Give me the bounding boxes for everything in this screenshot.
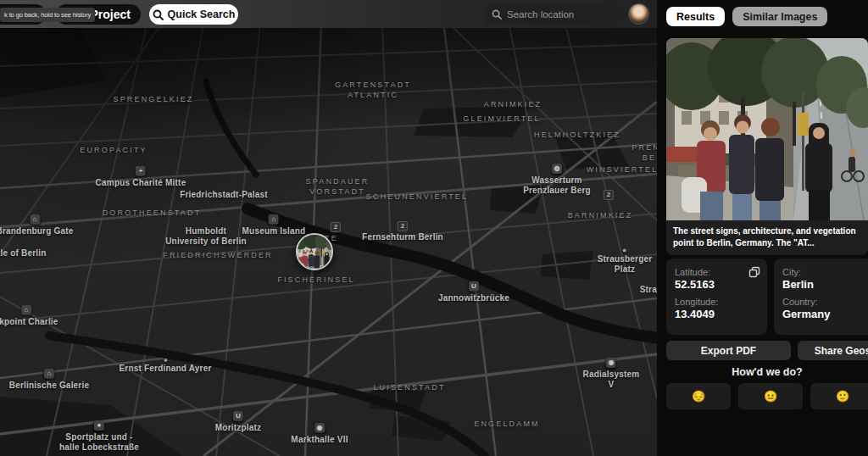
result-photo-card: The street signs, architecture, and vege… xyxy=(666,38,868,255)
latitude-label: Latitude: xyxy=(675,267,759,277)
latitude-value: 52.5163 xyxy=(675,278,759,291)
country-label: Country: xyxy=(782,297,866,307)
topbar: Project k to go back, hold to see histor… xyxy=(0,0,657,28)
sad-emoji-icon: 😔 xyxy=(692,390,705,403)
feedback-happy-button[interactable]: 🙂 xyxy=(810,383,868,409)
quick-search-button[interactable]: Quick Search xyxy=(149,4,238,25)
app-window: SPRENGELKIEZEUROPACITYDOROTHEENSTADTFRIE… xyxy=(0,0,868,456)
results-panel: Results Similar Images The street signs,… xyxy=(657,0,868,456)
quick-search-label: Quick Search xyxy=(168,8,236,20)
location-search[interactable] xyxy=(485,4,620,25)
back-tooltip: k to go back, hold to see history xyxy=(0,8,95,22)
city-value: Berlin xyxy=(782,278,866,291)
feedback-sad-button[interactable]: 😔 xyxy=(666,383,731,409)
search-icon xyxy=(153,9,164,20)
neutral-emoji-icon: 😐 xyxy=(764,390,777,403)
city-label: City: xyxy=(782,267,866,277)
country-value: Germany xyxy=(782,308,866,320)
location-card: City: Berlin Country: Germany xyxy=(774,259,868,335)
export-pdf-button[interactable]: Export PDF xyxy=(666,341,791,360)
tab-results[interactable]: Results xyxy=(666,7,725,26)
feedback-row: 😔 😐 🙂 xyxy=(666,383,868,409)
tab-similar-images[interactable]: Similar Images xyxy=(732,7,827,26)
longitude-label: Longitude: xyxy=(675,297,759,307)
share-geospy-button[interactable]: Share Geospy xyxy=(798,341,868,360)
feedback-neutral-button[interactable]: 😐 xyxy=(738,383,803,409)
photo-location-marker[interactable] xyxy=(296,233,333,270)
result-photo[interactable] xyxy=(666,38,868,220)
location-search-input[interactable] xyxy=(507,9,609,19)
search-icon xyxy=(492,9,502,19)
user-avatar[interactable] xyxy=(628,3,649,25)
photo-caption[interactable]: The street signs, architecture, and vege… xyxy=(666,220,868,255)
copy-icon[interactable] xyxy=(748,266,760,281)
project-label: Project xyxy=(91,8,131,21)
map-tiles xyxy=(0,0,657,456)
feedback-question: How'd we do? xyxy=(666,366,868,378)
longitude-value: 13.4049 xyxy=(675,308,759,320)
action-row: Export PDF Share Geospy xyxy=(666,341,868,360)
panel-tabs: Results Similar Images xyxy=(666,7,827,26)
map-canvas[interactable]: SPRENGELKIEZEUROPACITYDOROTHEENSTADTFRIE… xyxy=(0,0,657,456)
coordinates-card: Latitude: 52.5163 Longitude: 13.4049 xyxy=(666,259,767,335)
happy-emoji-icon: 🙂 xyxy=(836,390,849,403)
result-fields: Latitude: 52.5163 Longitude: 13.4049 Cit… xyxy=(666,259,868,335)
